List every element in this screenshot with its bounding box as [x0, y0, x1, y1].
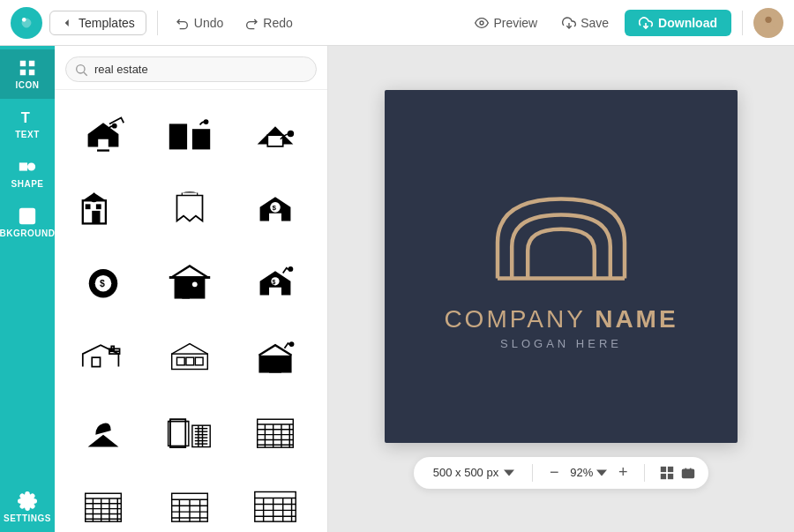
svg-rect-65 [170, 419, 185, 447]
svg-rect-58 [176, 357, 184, 365]
canvas-bottom-bar: 500 x 500 px − 92% + [414, 457, 708, 489]
svg-rect-59 [186, 357, 194, 365]
list-item[interactable] [150, 99, 229, 169]
svg-rect-8 [20, 70, 26, 75]
svg-rect-49 [169, 276, 209, 279]
list-item[interactable] [150, 247, 229, 318]
list-item[interactable]: $ [64, 247, 143, 318]
svg-rect-9 [29, 70, 34, 75]
list-item[interactable] [64, 99, 143, 169]
svg-rect-19 [97, 149, 109, 151]
svg-rect-87 [86, 493, 122, 521]
svg-rect-60 [195, 357, 203, 365]
svg-rect-119 [683, 469, 694, 477]
svg-point-1 [22, 18, 26, 22]
svg-text:$: $ [100, 279, 105, 288]
list-item[interactable] [236, 99, 315, 169]
icon-panel: $ $ $ [55, 46, 328, 532]
separator2 [742, 11, 743, 35]
canvas[interactable]: COMPANY NAME SLOGAN HERE [385, 90, 738, 443]
list-item[interactable] [236, 469, 315, 532]
company-name: COMPANY NAME [444, 305, 678, 333]
svg-rect-13 [20, 209, 35, 224]
svg-rect-25 [171, 137, 176, 143]
list-item[interactable] [64, 395, 143, 466]
svg-rect-34 [86, 204, 91, 209]
svg-rect-105 [255, 492, 296, 522]
svg-rect-62 [269, 363, 281, 373]
canvas-wrapper: COMPANY NAME SLOGAN HERE 500 x 500 px − … [346, 90, 776, 489]
svg-point-2 [480, 21, 483, 25]
logo-icon [482, 182, 640, 291]
svg-text:T: T [21, 109, 30, 125]
list-item[interactable] [64, 321, 143, 392]
svg-rect-23 [171, 128, 176, 134]
nav-item-settings[interactable]: SETTINGS [0, 483, 55, 532]
zoom-in-button[interactable]: + [612, 462, 633, 483]
slogan-text: SLOGAN HERE [444, 337, 678, 350]
list-item[interactable] [150, 321, 229, 392]
list-item[interactable] [150, 469, 229, 532]
zoom-controls: − 92% + [543, 462, 633, 483]
svg-point-20 [112, 124, 117, 129]
nav-item-shape[interactable]: SHAPE [0, 148, 55, 198]
nav-item-text[interactable]: T TEXT [0, 99, 55, 148]
toolbar: Templates Undo Redo Preview Save Downloa… [0, 0, 794, 46]
svg-rect-21 [169, 124, 186, 149]
save-button[interactable]: Save [553, 11, 618, 34]
main-layout: ICON T TEXT SHAPE BKGROUND SETTINGS [0, 46, 794, 532]
separator [157, 11, 158, 35]
templates-button[interactable]: Templates [49, 11, 146, 35]
search-icon [74, 63, 88, 77]
svg-rect-117 [661, 473, 666, 478]
svg-text:$: $ [273, 204, 277, 212]
download-button[interactable]: Download [625, 10, 731, 36]
canvas-size-selector[interactable]: 500 x 500 px [426, 463, 521, 482]
svg-rect-116 [668, 466, 673, 471]
list-item[interactable] [150, 395, 229, 466]
svg-rect-7 [29, 61, 34, 66]
svg-rect-53 [92, 357, 100, 366]
preview-button[interactable]: Preview [466, 11, 546, 34]
svg-rect-46 [182, 287, 190, 299]
grid-view-button[interactable] [659, 465, 675, 481]
svg-rect-6 [20, 61, 26, 66]
svg-point-48 [192, 281, 198, 287]
fit-view-button[interactable] [680, 465, 696, 481]
list-item[interactable]: $ [236, 247, 315, 318]
svg-point-12 [28, 163, 34, 169]
list-item[interactable] [150, 173, 229, 244]
svg-point-31 [288, 131, 294, 137]
redo-button[interactable]: Redo [237, 11, 299, 34]
search-input[interactable] [65, 56, 317, 82]
svg-rect-30 [268, 135, 283, 146]
icon-nav: ICON T TEXT SHAPE BKGROUND SETTINGS [0, 46, 55, 532]
zoom-out-button[interactable]: − [543, 462, 565, 483]
svg-text:$: $ [273, 279, 276, 286]
list-item[interactable] [64, 469, 143, 532]
app-logo[interactable] [11, 7, 42, 39]
svg-point-5 [765, 16, 771, 22]
svg-rect-115 [661, 466, 666, 471]
list-item[interactable]: $ [236, 173, 315, 244]
svg-rect-11 [20, 163, 26, 169]
svg-point-52 [288, 266, 294, 272]
svg-rect-27 [194, 133, 199, 139]
list-item[interactable] [64, 173, 143, 244]
nav-item-icon[interactable]: ICON [0, 49, 55, 99]
svg-rect-64 [170, 419, 185, 447]
nav-item-background[interactable]: BKGROUND [0, 198, 55, 247]
svg-rect-77 [258, 419, 294, 447]
canvas-text-area: COMPANY NAME SLOGAN HERE [444, 305, 678, 350]
bar-separator [532, 464, 533, 482]
view-buttons [659, 465, 696, 481]
search-bar [55, 46, 327, 90]
user-avatar[interactable] [753, 8, 783, 38]
svg-point-63 [289, 341, 295, 347]
zoom-value-selector[interactable]: 92% [570, 466, 607, 479]
undo-button[interactable]: Undo [169, 11, 230, 34]
list-item[interactable] [236, 395, 315, 466]
search-wrapper [65, 56, 317, 82]
svg-rect-118 [668, 473, 673, 478]
list-item[interactable] [236, 321, 315, 392]
